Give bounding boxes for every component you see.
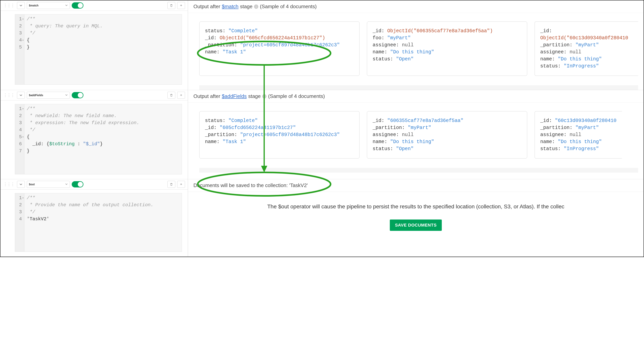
output-header: Output after $addFields stagei (Sample o… [188, 90, 644, 103]
pipeline-stage: ⋮⋮⋮$addFields+1234567/** * newField: The… [0, 90, 644, 179]
stage-select-label: $match [29, 4, 38, 7]
field-key: _id: [205, 125, 220, 131]
field-key: status: [540, 146, 564, 152]
field-value: "myPart" [576, 125, 599, 131]
field-value: "Task 1" [222, 49, 246, 55]
field-key: name: [540, 139, 558, 145]
collapse-button[interactable] [17, 181, 25, 188]
delete-stage-button[interactable] [168, 2, 175, 9]
field-key: _partition: [540, 125, 576, 131]
code-body[interactable]: /** * query: The query in MQL. */{} [24, 15, 182, 85]
field-key: _partition: [540, 42, 576, 48]
field-key: name: [372, 49, 390, 55]
document-card: _id: ObjectId("60c13d09340a0f280410_part… [534, 22, 638, 76]
caret-down-icon [65, 4, 68, 7]
stage-right-panel: Output after $addFields stagei (Sample o… [188, 90, 644, 179]
caret-down-icon [65, 94, 68, 97]
field-value: null [570, 49, 581, 55]
collapse-button[interactable] [17, 92, 25, 99]
document-card: status: "Complete"_id: ObjectId("605cfcd… [199, 22, 360, 76]
line-gutter: 1234567 [15, 104, 24, 174]
line-gutter: 1234 [15, 193, 24, 252]
document-cards-row: status: "Complete"_id: "605cfcd656224a41… [188, 103, 644, 168]
field-value: "605cfcd656224a41197b1c27" [220, 125, 296, 131]
field-value: "myPart" [387, 35, 411, 41]
save-documents-button[interactable]: SAVE DOCUMENTS [390, 219, 442, 231]
document-card: _id: "60c13d09340a0f280410_partition: "m… [534, 111, 622, 159]
document-card: _id: ObjectId("606355caf77e8a7ad36ef5aa"… [367, 22, 527, 76]
field-key: assignee: [372, 132, 402, 138]
caret-down-icon [65, 183, 68, 186]
field-value: ObjectId("60c13d09340a0f280410 [540, 35, 628, 41]
field-key: _id: [372, 118, 387, 124]
field-key: name: [205, 139, 222, 145]
field-value: "InProgress" [564, 146, 599, 152]
code-body[interactable]: /** * newField: The new field name. * ex… [24, 104, 182, 174]
field-value: "Complete" [228, 28, 258, 34]
field-value: "myPart" [576, 42, 599, 48]
sample-count: (Sample of 4 documents) [268, 93, 325, 99]
field-value: "project=605cf897d48a48b17c6262c3" [240, 132, 340, 138]
stage-enabled-toggle[interactable] [72, 2, 84, 9]
stage-left-panel: ⋮⋮⋮$match+12345/** * query: The query in… [0, 1, 188, 90]
field-key: _partition: [205, 42, 240, 48]
document-card: _id: "606355caf77e8a7ad36ef5aa"_partitio… [367, 111, 527, 159]
output-header: Documents will be saved to the collectio… [188, 179, 644, 192]
field-value: "Open" [396, 56, 414, 62]
stage-select[interactable]: $out [27, 181, 70, 188]
field-value: ObjectId("605cfcd656224a41197b1c27") [220, 35, 325, 41]
stage-docs-link[interactable]: $addFields [222, 93, 246, 99]
field-value: "Do this thing" [558, 139, 602, 145]
add-stage-button[interactable]: + [177, 181, 185, 188]
field-value: "Open" [396, 146, 414, 152]
stage-select[interactable]: $addFields [27, 92, 70, 99]
field-key: status: [540, 63, 564, 69]
field-key: _partition: [205, 132, 240, 138]
field-key: name: [372, 139, 390, 145]
field-value: "Do this thing" [390, 139, 434, 145]
field-value: "60c13d09340a0f280410 [555, 118, 616, 124]
field-value: "606355caf77e8a7ad36ef5aa" [387, 118, 464, 124]
stage-select-label: $out [29, 183, 35, 186]
stage-enabled-toggle[interactable] [72, 92, 84, 98]
out-description: The $out operator will cause the pipelin… [267, 203, 564, 210]
pipeline-stage: ⋮⋮⋮$out+1234/** * Provide the name of th… [0, 179, 644, 257]
drag-handle-icon[interactable]: ⋮⋮⋮ [3, 93, 15, 98]
field-value: ObjectId("606355caf77e8a7ad36ef5aa") [387, 28, 493, 34]
info-icon[interactable]: i [254, 5, 258, 9]
field-value: "Do this thing" [390, 49, 434, 55]
drag-handle-icon[interactable]: ⋮⋮⋮ [3, 3, 15, 8]
code-editor[interactable]: 1234/** * Provide the name of the output… [15, 193, 182, 252]
stage-left-panel: ⋮⋮⋮$out+1234/** * Provide the name of th… [0, 179, 188, 256]
field-value: null [402, 132, 414, 138]
field-key: assignee: [540, 132, 570, 138]
document-cards-row: status: "Complete"_id: ObjectId("605cfcd… [188, 13, 644, 85]
field-value: "Task 1" [222, 139, 246, 145]
field-key: _id: [540, 118, 555, 124]
add-stage-button[interactable]: + [177, 92, 185, 99]
field-value: null [402, 42, 414, 48]
code-editor[interactable]: 1234567/** * newField: The new field nam… [15, 104, 182, 174]
document-card: status: "Complete"_id: "605cfcd656224a41… [199, 111, 360, 159]
code-body[interactable]: /** * Provide the name of the output col… [24, 193, 182, 252]
field-key: name: [540, 56, 558, 62]
add-stage-button[interactable]: + [177, 2, 185, 9]
field-key: name: [205, 49, 222, 55]
delete-stage-button[interactable] [168, 92, 175, 99]
stage-right-panel: Output after $match stagei (Sample of 4 … [188, 1, 644, 90]
stage-select[interactable]: $match [27, 2, 70, 9]
delete-stage-button[interactable] [168, 181, 175, 188]
field-key: _id: [205, 35, 220, 41]
drag-handle-icon[interactable]: ⋮⋮⋮ [3, 182, 15, 187]
code-editor[interactable]: 12345/** * query: The query in MQL. */{} [15, 14, 182, 85]
stage-docs-link[interactable]: $match [222, 4, 238, 10]
sample-count: (Sample of 4 documents) [260, 4, 316, 10]
field-value: null [570, 132, 581, 138]
stage-enabled-toggle[interactable] [72, 181, 84, 187]
stage-right-panel: Documents will be saved to the collectio… [188, 179, 644, 256]
field-key: status: [205, 28, 228, 34]
collapse-button[interactable] [17, 2, 25, 9]
info-icon[interactable]: i [262, 94, 266, 99]
field-key: _id: [372, 28, 387, 34]
output-header: Output after $match stagei (Sample of 4 … [188, 1, 644, 13]
